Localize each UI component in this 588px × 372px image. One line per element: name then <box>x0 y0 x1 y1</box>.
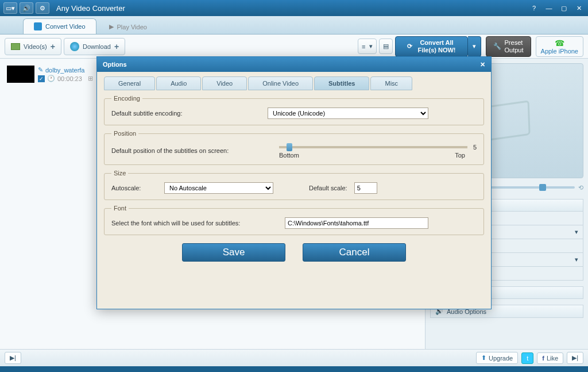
settings-icon[interactable]: ⊞ <box>88 75 93 82</box>
cancel-button[interactable]: Cancel <box>303 243 406 262</box>
device-profile-button[interactable]: ☎ Apple iPhone <box>536 36 583 57</box>
add-videos-button[interactable]: Video(s) + <box>5 38 61 55</box>
next-button[interactable]: ▶| <box>567 352 583 364</box>
tab-play-video[interactable]: ▶ Play Video <box>99 20 157 34</box>
file-name: dolby_waterfa <box>45 67 85 74</box>
font-label: Select the font which will be used for s… <box>111 220 278 227</box>
edit-icon: ✎ <box>38 66 43 74</box>
gear-icon[interactable]: ⚙ <box>36 2 49 14</box>
autoscale-label: Autoscale: <box>111 185 157 191</box>
convert-now-button[interactable]: ⟳ Convert All File(s) NOW! <box>395 36 468 57</box>
dialog-body: Encoding Default subtitle encoding: Unic… <box>97 95 491 269</box>
preset-label-2: Output <box>505 47 524 53</box>
encoding-select[interactable]: Unicode (Unicode) <box>268 108 428 119</box>
close-icon[interactable]: ✕ <box>573 3 585 13</box>
tab-audio[interactable]: Audio <box>156 76 201 90</box>
tab-online-video[interactable]: Online Video <box>248 76 313 90</box>
position-top-label: Top <box>455 152 465 159</box>
upload-icon: ⬆ <box>481 354 486 362</box>
encoding-label: Default subtitle encoding: <box>111 110 261 117</box>
thumbnail <box>7 66 34 83</box>
toolbar: Video(s) + Download + ≡ ▾ ▤ ⟳ Convert Al… <box>0 34 588 59</box>
preset-output-button[interactable]: 🔧 Preset Output <box>486 36 531 57</box>
position-group: Position Default position of the subtitl… <box>104 130 484 165</box>
options-dialog: Options ✕ General Audio Video Online Vid… <box>96 56 492 309</box>
upgrade-label: Upgrade <box>489 355 513 362</box>
clock-icon: 🕐 <box>47 75 55 82</box>
statusbar: ▶| ⬆ Upgrade t f Like ▶| <box>0 349 588 366</box>
minimize-icon[interactable]: — <box>543 3 555 13</box>
facebook-icon: f <box>542 355 544 362</box>
convert-dropdown[interactable]: ▾ <box>468 36 481 57</box>
upgrade-button[interactable]: ⬆ Upgrade <box>476 352 518 364</box>
main-tabbar: Convert Video ▶ Play Video <box>0 16 588 34</box>
videos-label: Video(s) <box>24 43 47 50</box>
tab-play-label: Play Video <box>117 24 147 30</box>
chevron-down-icon: ▾ <box>369 43 373 50</box>
phone-icon: ☎ <box>555 39 564 48</box>
default-scale-input[interactable] <box>354 182 377 194</box>
position-value: 5 <box>473 144 477 151</box>
list-button[interactable]: ▤ <box>379 39 393 54</box>
facebook-like-button[interactable]: f Like <box>537 352 563 364</box>
refresh-icon: ⟳ <box>407 43 412 49</box>
help-icon[interactable]: ? <box>528 3 540 13</box>
convert-label-2: File(s) NOW! <box>418 47 456 53</box>
position-legend: Position <box>111 130 138 137</box>
list-icon: ▤ <box>383 43 389 50</box>
font-legend: Font <box>111 205 129 212</box>
play-icon: ▶ <box>109 23 114 30</box>
titlebar: ▭▾ 🔊 ⚙ Any Video Converter ? — ▢ ✕ <box>0 0 588 16</box>
convert-icon <box>34 22 42 30</box>
dialog-title: Options <box>103 61 127 68</box>
file-checkbox[interactable]: ✓ <box>38 75 45 82</box>
loop-icon[interactable]: ⟲ <box>578 184 583 191</box>
device-label: Apple iPhone <box>541 48 578 55</box>
filter-icon: ≡ <box>362 43 365 50</box>
chevron-down-icon: ▾ <box>575 256 578 263</box>
download-label: Download <box>83 43 111 50</box>
tab-convert-video[interactable]: Convert Video <box>23 18 96 34</box>
app-title: Any Video Converter <box>56 4 125 13</box>
preset-label-1: Preset <box>505 39 524 46</box>
prev-button[interactable]: ▶| <box>5 352 21 364</box>
position-bottom-label: Bottom <box>279 152 299 159</box>
size-group: Size Autoscale: No Autoscale Default sca… <box>104 170 484 200</box>
font-path-input[interactable] <box>285 217 428 229</box>
position-slider[interactable] <box>279 146 467 148</box>
position-label: Default position of the subtitles on scr… <box>111 147 272 154</box>
maximize-icon[interactable]: ▢ <box>558 3 570 13</box>
globe-icon <box>70 42 79 51</box>
default-scale-label: Default scale: <box>309 185 347 191</box>
wrench-icon: 🔧 <box>493 43 501 49</box>
download-button[interactable]: Download + <box>64 38 125 55</box>
dialog-tabs: General Audio Video Online Video Subtitl… <box>97 72 491 90</box>
tab-convert-label: Convert Video <box>45 23 86 30</box>
font-group: Font Select the font which will be used … <box>104 205 484 235</box>
autoscale-select[interactable]: No Autoscale <box>164 182 273 194</box>
plus-icon: + <box>114 42 119 51</box>
twitter-button[interactable]: t <box>521 352 533 364</box>
dialog-close-icon[interactable]: ✕ <box>480 61 485 68</box>
save-button[interactable]: Save <box>182 243 285 262</box>
filter-button[interactable]: ≡ ▾ <box>358 39 376 54</box>
convert-label-1: Convert All <box>418 39 456 46</box>
plus-icon: + <box>51 42 55 51</box>
size-legend: Size <box>111 170 128 177</box>
tab-general[interactable]: General <box>104 76 155 90</box>
tab-video[interactable]: Video <box>202 76 247 90</box>
file-duration: 00:00:23 <box>57 75 82 82</box>
tab-subtitles[interactable]: Subtitles <box>314 76 369 90</box>
film-icon <box>11 43 20 50</box>
tab-misc[interactable]: Misc <box>370 76 412 90</box>
like-label: Like <box>547 355 558 362</box>
screen-icon[interactable]: ▭▾ <box>3 2 17 14</box>
encoding-legend: Encoding <box>111 95 142 102</box>
dialog-titlebar: Options ✕ <box>97 57 491 72</box>
encoding-group: Encoding Default subtitle encoding: Unic… <box>104 95 484 125</box>
chevron-down-icon: ▾ <box>575 228 578 236</box>
chevron-down-icon: ▾ <box>473 43 476 50</box>
volume-icon[interactable]: 🔊 <box>20 2 33 14</box>
